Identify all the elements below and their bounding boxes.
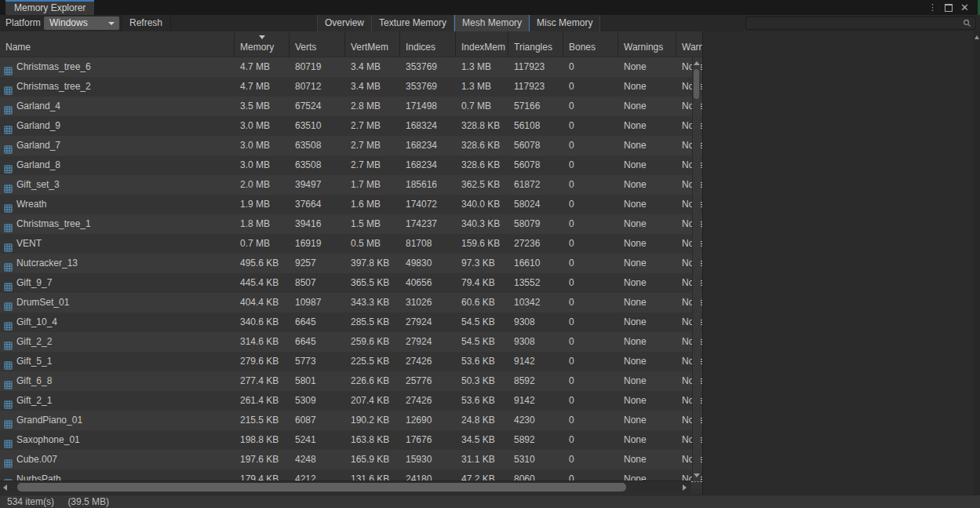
table-row[interactable]: VENT0.7 MB169190.5 MB81708159.6 KB272360… — [0, 234, 702, 254]
table-row[interactable]: Gift_5_1279.6 KB5773225.5 KB2742653.6 KB… — [0, 352, 702, 371]
mesh-grid-icon — [4, 436, 13, 444]
mesh-memory-table: NameMemoryVertsVertMemIndicesIndexMemTri… — [0, 31, 703, 495]
row-cell: 215.5 KB — [235, 411, 290, 430]
table-vertical-scrollbar[interactable] — [692, 57, 701, 481]
table-row[interactable]: Christmas_tree_11.8 MB394161.5 MB1742373… — [0, 214, 702, 234]
row-cell: 2.8 MB — [345, 97, 400, 116]
platform-dropdown[interactable]: Windows — [44, 16, 119, 30]
column-header-label: Bones — [569, 42, 596, 53]
row-cell: 27426 — [400, 391, 456, 411]
row-cell: 365.5 KB — [345, 273, 400, 293]
table-row[interactable]: Gift_set_32.0 MB394971.7 MB185616362.5 K… — [0, 175, 702, 195]
table-row[interactable]: Garland_83.0 MB635082.7 MB168234328.6 KB… — [0, 155, 702, 175]
table-row[interactable]: Christmas_tree_24.7 MB807123.4 MB3537691… — [0, 77, 702, 97]
column-header-indices[interactable]: Indices — [400, 31, 456, 57]
row-cell: 198.8 KB — [235, 430, 290, 450]
row-cell: 397.8 KB — [345, 254, 400, 273]
row-cell: 190.2 KB — [345, 411, 400, 430]
row-cell: 404.4 KB — [235, 293, 290, 312]
table-row[interactable]: Gift_10_4340.6 KB6645285.5 KB2792454.5 K… — [0, 312, 702, 332]
maximize-icon[interactable] — [945, 4, 953, 12]
table-horizontal-scrollbar[interactable] — [0, 481, 691, 494]
column-header-indexmem[interactable]: IndexMem — [456, 31, 508, 57]
vertical-scroll-thumb[interactable] — [694, 69, 699, 99]
table-row[interactable]: Cube.007197.6 KB4248165.9 KB1593031.1 KB… — [0, 450, 702, 470]
close-icon[interactable]: ✕ — [960, 2, 969, 13]
kebab-menu-icon[interactable]: ⋮ — [928, 3, 937, 12]
row-cell: 353769 — [400, 77, 456, 97]
row-cell: 1.6 MB — [345, 195, 400, 214]
column-header-label: Memory — [240, 42, 274, 53]
tab-mesh-memory[interactable]: Mesh Memory — [454, 15, 530, 31]
row-cell: None — [618, 293, 676, 312]
row-cell: None — [618, 136, 676, 155]
row-cell: 340.0 KB — [456, 195, 508, 214]
table-row[interactable]: GrandPiano_01215.5 KB6087190.2 KB1269024… — [0, 411, 702, 430]
tab-overview[interactable]: Overview — [317, 15, 372, 31]
row-cell: 8592 — [508, 371, 563, 391]
column-header-vertmem[interactable]: VertMem — [345, 31, 400, 57]
scroll-up-icon[interactable] — [975, 35, 979, 39]
table-row[interactable]: Gift_2_2314.6 KB6645259.6 KB2792454.5 KB… — [0, 332, 702, 352]
scroll-up-icon[interactable] — [694, 61, 700, 65]
scroll-left-icon[interactable] — [3, 484, 7, 491]
search-input[interactable] — [751, 17, 960, 29]
column-header-name[interactable]: Name — [0, 31, 235, 57]
window-vertical-scrollbar[interactable] — [974, 31, 980, 495]
row-cell: 6645 — [290, 312, 345, 332]
table-row[interactable]: Nutcracker_13495.6 KB9257397.8 KB4983097… — [0, 254, 702, 273]
scroll-down-icon[interactable] — [694, 473, 700, 477]
row-cell: 277.4 KB — [235, 371, 290, 391]
table-row[interactable]: Christmas_tree_64.7 MB807193.4 MB3537691… — [0, 57, 702, 77]
mesh-grid-icon — [4, 455, 13, 464]
table-row[interactable]: Saxophone_01198.8 KB5241163.8 KB1767634.… — [0, 430, 702, 450]
column-header-warnings[interactable]: Warnings — [676, 31, 703, 57]
row-cell: 9142 — [508, 352, 563, 371]
row-cell: 0.5 MB — [345, 234, 400, 254]
table-row[interactable]: Gift_2_1261.4 KB5309207.4 KB2742653.6 KB… — [0, 391, 702, 411]
table-row[interactable]: Gift_9_7445.4 KB8507365.5 KB4065679.4 KB… — [0, 273, 702, 293]
mesh-grid-icon — [4, 357, 13, 366]
row-cell: 0.7 MB — [235, 234, 290, 254]
mesh-name: Gift_5_1 — [16, 352, 52, 371]
window-controls: ⋮ ✕ — [928, 0, 969, 15]
row-cell: None — [618, 57, 676, 77]
column-header-triangles[interactable]: Triangles — [508, 31, 563, 57]
row-cell: None — [618, 352, 676, 371]
row-cell: 53.6 KB — [456, 391, 508, 411]
table-row[interactable]: DrumSet_01404.4 KB10987343.3 KB3102660.6… — [0, 293, 702, 312]
row-cell: 0 — [563, 312, 618, 332]
row-cell: 340.6 KB — [235, 312, 290, 332]
scroll-right-icon[interactable] — [683, 484, 687, 491]
table-row[interactable]: Garland_93.0 MB635102.7 MB168324328.8 KB… — [0, 116, 702, 136]
tab-misc-memory[interactable]: Misc Memory — [530, 15, 600, 31]
row-cell: 15930 — [400, 450, 456, 470]
mesh-grid-icon — [4, 239, 13, 248]
row-cell: 8507 — [290, 273, 345, 293]
row-cell: 168234 — [400, 155, 456, 175]
column-header-verts[interactable]: Verts — [290, 31, 345, 57]
mesh-name: Christmas_tree_1 — [16, 214, 91, 234]
column-header-warnings[interactable]: Warnings — [618, 31, 676, 57]
sort-descending-icon — [259, 35, 265, 39]
row-cell: 117923 — [508, 57, 563, 77]
table-row[interactable]: Garland_43.5 MB675242.8 MB1714980.7 MB57… — [0, 97, 702, 116]
column-header-bones[interactable]: Bones — [563, 31, 618, 57]
mesh-grid-icon — [4, 397, 13, 405]
column-header-memory[interactable]: Memory — [235, 31, 290, 57]
tab-texture-memory[interactable]: Texture Memory — [372, 15, 454, 31]
refresh-button[interactable]: Refresh — [121, 15, 171, 31]
table-row[interactable]: Gift_6_8277.4 KB5801226.6 KB2577650.3 KB… — [0, 371, 702, 391]
mesh-grid-icon — [4, 200, 13, 209]
mesh-grid-icon — [4, 318, 13, 327]
title-bar: Memory Explorer ⋮ ✕ — [0, 0, 980, 15]
platform-dropdown-value: Windows — [49, 17, 88, 28]
row-name-cell: Gift_6_8 — [0, 371, 235, 391]
search-field[interactable] — [745, 16, 976, 30]
row-cell: 3.4 MB — [345, 57, 400, 77]
table-row[interactable]: Garland_73.0 MB635082.7 MB168234328.6 KB… — [0, 136, 702, 155]
horizontal-scroll-thumb[interactable] — [17, 483, 626, 492]
table-row[interactable]: Wreath1.9 MB376641.6 MB174072340.0 KB580… — [0, 195, 702, 214]
row-cell: 0 — [563, 116, 618, 136]
window-tab-memory-explorer[interactable]: Memory Explorer — [5, 0, 94, 15]
